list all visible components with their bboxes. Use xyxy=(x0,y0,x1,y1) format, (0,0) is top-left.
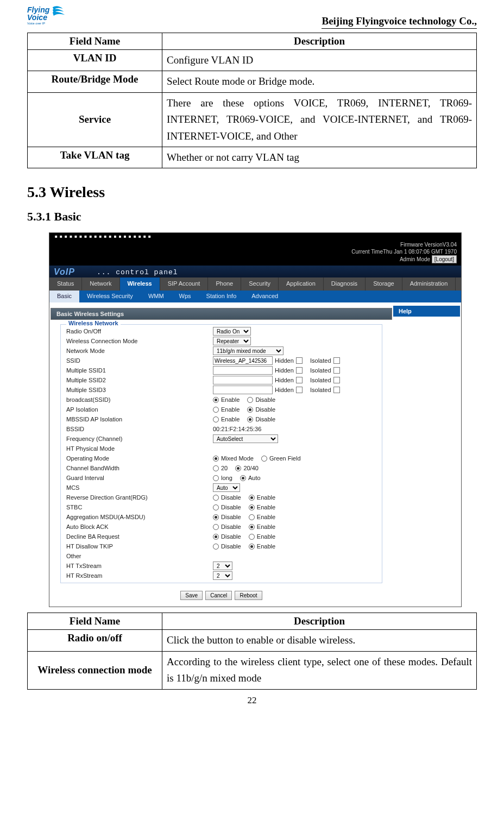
mbssid-enable-radio[interactable] xyxy=(213,417,219,422)
ssid-isolated-checkbox[interactable] xyxy=(333,357,340,364)
mssid3-input[interactable] xyxy=(213,386,273,394)
guard-auto-radio[interactable] xyxy=(240,475,246,481)
stbc-disable-radio[interactable] xyxy=(213,504,219,510)
mbssid-disable-radio[interactable] xyxy=(247,417,253,422)
mainnav-tab-wireless[interactable]: Wireless xyxy=(120,277,160,291)
broadcast-disable-radio[interactable] xyxy=(247,397,253,403)
subnav-tab-wireless-security[interactable]: Wireless Security xyxy=(79,291,141,302)
group-legend: Wireless Network xyxy=(66,320,121,326)
logout-button[interactable]: [Logout] xyxy=(432,255,457,263)
time-text: Current TimeThu Jan 1 08:07:06 GMT 1970 xyxy=(54,248,457,255)
txstream-select[interactable]: 2 xyxy=(213,561,232,570)
sub-nav: BasicWireless SecurityWMMWpsStation Info… xyxy=(49,291,461,302)
ssid-hidden-checkbox[interactable] xyxy=(296,357,303,364)
apiso-disable-radio[interactable] xyxy=(247,407,253,413)
tkip-disable-radio[interactable] xyxy=(213,544,219,550)
lbl-rxstream: HT RxStream xyxy=(66,572,213,579)
mainnav-tab-status[interactable]: Status xyxy=(49,277,82,291)
page-header: Flying Voice Voice over IP Beijing Flyin… xyxy=(27,5,477,30)
lbl-mssid1: Multiple SSID1 xyxy=(66,367,213,374)
rdg-enable-radio[interactable] xyxy=(249,495,255,501)
opmode-mixed-radio[interactable] xyxy=(213,456,219,462)
tkip-enable-radio[interactable] xyxy=(249,544,255,550)
guard-long-radio[interactable] xyxy=(213,475,219,481)
lbl-ssid: SSID xyxy=(66,357,213,364)
save-button[interactable]: Save xyxy=(180,591,203,600)
wireless-desc-table: Field Name Description Radio on/off Clic… xyxy=(27,613,477,689)
ssid-input[interactable] xyxy=(213,356,273,365)
lbl-ablock: Auto Block ACK xyxy=(66,523,213,530)
lbl-opmode: Operating Mode xyxy=(66,455,213,462)
mainnav-tab-diagnosis[interactable]: Diagnosis xyxy=(324,277,366,291)
table-row: Wireless connection mode According to th… xyxy=(28,651,477,689)
broadcast-enable-radio[interactable] xyxy=(213,397,219,403)
bw-2040-radio[interactable] xyxy=(235,465,241,471)
main-nav: StatusNetworkWirelessSIP AccountPhoneSec… xyxy=(49,277,461,291)
brand-voip: VoIP xyxy=(54,267,75,277)
subnav-tab-wps[interactable]: Wps xyxy=(172,291,199,302)
mainnav-tab-administration[interactable]: Administration xyxy=(402,277,456,291)
mainnav-tab-storage[interactable]: Storage xyxy=(366,277,402,291)
lbl-amsdu: Aggregation MSDU(A-MSDU) xyxy=(66,514,213,520)
mssid3-isolated-checkbox[interactable] xyxy=(333,387,340,393)
panel-title: Basic Wireless Settings xyxy=(51,308,392,320)
rdg-disable-radio[interactable] xyxy=(213,495,219,501)
mcs-select[interactable]: Auto xyxy=(213,483,240,492)
conn-mode-select[interactable]: Repeater xyxy=(213,337,251,345)
mssid2-hidden-checkbox[interactable] xyxy=(296,377,303,383)
lbl-htphys: HT Physical Mode xyxy=(66,445,213,452)
apiso-enable-radio[interactable] xyxy=(213,407,219,413)
dba-enable-radio[interactable] xyxy=(249,534,255,540)
table-row: Radio on/off Click the button to enable … xyxy=(28,630,477,651)
opmode-green-radio[interactable] xyxy=(261,456,267,462)
admin-mode-text: Admin Mode xyxy=(400,256,430,262)
th-desc: Description xyxy=(162,33,477,50)
mssid2-isolated-checkbox[interactable] xyxy=(333,377,340,383)
lbl-mbssid: MBSSID AP Isolation xyxy=(66,416,213,422)
lbl-chbw: Channel BandWidth xyxy=(66,465,213,471)
top-status-bar: Firmware VersionV3.04 Current TimeThu Ja… xyxy=(49,239,461,266)
stbc-enable-radio[interactable] xyxy=(249,504,255,510)
mssid1-input[interactable] xyxy=(213,366,273,375)
ablock-enable-radio[interactable] xyxy=(249,524,255,530)
lbl-guard: Guard Interval xyxy=(66,475,213,481)
radio-select[interactable]: Radio On xyxy=(213,327,251,336)
subnav-tab-advanced[interactable]: Advanced xyxy=(244,291,286,302)
subnav-tab-basic[interactable]: Basic xyxy=(49,291,79,302)
subnav-tab-wmm[interactable]: WMM xyxy=(141,291,172,302)
th-field: Field Name xyxy=(28,33,162,50)
mssid3-hidden-checkbox[interactable] xyxy=(296,387,303,393)
table-row: Route/Bridge Mode Select Route mode or B… xyxy=(28,71,477,92)
mainnav-tab-security[interactable]: Security xyxy=(241,277,279,291)
table-row: Service There are these options VOICE, T… xyxy=(28,92,477,147)
bw-20-radio[interactable] xyxy=(213,465,219,471)
freq-select[interactable]: AutoSelect xyxy=(213,434,278,443)
mainnav-tab-sip-account[interactable]: SIP Account xyxy=(160,277,209,291)
reboot-button[interactable]: Reboot xyxy=(235,591,262,600)
th-desc2: Description xyxy=(162,613,477,630)
mssid1-isolated-checkbox[interactable] xyxy=(333,367,340,374)
vlan-table: Field Name Description VLAN ID Configure… xyxy=(27,33,477,168)
mainnav-tab-phone[interactable]: Phone xyxy=(208,277,241,291)
subnav-tab-station-info[interactable]: Station Info xyxy=(199,291,244,302)
th-field2: Field Name xyxy=(28,613,162,630)
lbl-rdg: Reverse Direction Grant(RDG) xyxy=(66,494,213,501)
mssid2-input[interactable] xyxy=(213,376,273,384)
mssid1-hidden-checkbox[interactable] xyxy=(296,367,303,374)
wireless-basic-screenshot: ■ ■ ■ ■ ■ ■ ■ ■ ■ ■ ■ ■ ■ ■ ■ ■ ■ ■ ■ ■ … xyxy=(49,232,462,607)
page-number: 22 xyxy=(27,695,477,706)
lbl-radio: Radio On/Off xyxy=(66,328,213,335)
dba-disable-radio[interactable] xyxy=(213,534,219,540)
heading-5-3-1: 5.3.1 Basic xyxy=(27,210,477,224)
lbl-txstream: HT TxStream xyxy=(66,563,213,569)
mainnav-tab-application[interactable]: Application xyxy=(279,277,324,291)
amsdu-disable-radio[interactable] xyxy=(213,514,219,520)
amsdu-enable-radio[interactable] xyxy=(249,514,255,520)
net-mode-select[interactable]: 11b/g/n mixed mode xyxy=(213,346,284,355)
lbl-stbc: STBC xyxy=(66,504,213,510)
mainnav-tab-network[interactable]: Network xyxy=(82,277,119,291)
rxstream-select[interactable]: 2 xyxy=(213,571,232,580)
lbl-broadcast: broadcast(SSID) xyxy=(66,396,213,403)
ablock-disable-radio[interactable] xyxy=(213,524,219,530)
cancel-button[interactable]: Cancel xyxy=(205,591,232,600)
